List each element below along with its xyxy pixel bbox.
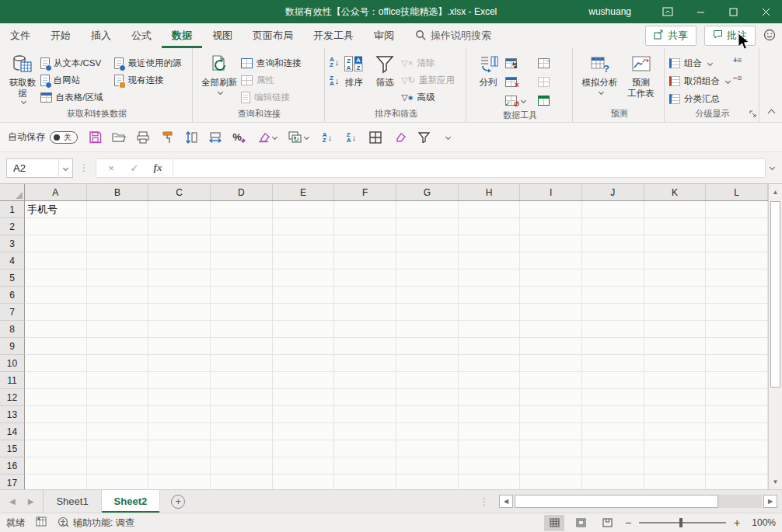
feedback-smiley-icon[interactable] — [763, 29, 776, 43]
cell-A10[interactable] — [25, 355, 87, 372]
tell-me-search[interactable]: 操作说明搜索 — [415, 23, 491, 48]
collapse-ribbon-icon[interactable] — [768, 110, 776, 117]
cell-F7[interactable] — [334, 304, 396, 321]
cell-B15[interactable] — [87, 440, 149, 457]
page-layout-view-icon[interactable] — [571, 515, 591, 531]
cell-F6[interactable] — [334, 287, 396, 304]
cell-K17[interactable] — [644, 475, 707, 489]
cell-L13[interactable] — [706, 406, 768, 423]
cell-B4[interactable] — [87, 252, 149, 269]
from-table-range-button[interactable]: 自表格/区域 — [40, 89, 115, 106]
cell-J9[interactable] — [582, 338, 644, 355]
qat-more-chevron-icon[interactable] — [441, 130, 455, 144]
zoom-slider[interactable] — [639, 522, 726, 523]
cell-F8[interactable] — [334, 321, 396, 338]
cell-F3[interactable] — [334, 235, 396, 252]
borders-icon[interactable] — [368, 130, 382, 144]
cell-F14[interactable] — [334, 423, 396, 440]
cell-F11[interactable] — [334, 372, 396, 389]
scroll-up-icon[interactable]: ▲ — [769, 184, 782, 200]
cell-H6[interactable] — [459, 287, 521, 304]
cell-H14[interactable] — [459, 423, 521, 440]
cell-D6[interactable] — [211, 287, 273, 304]
tab-review[interactable]: 审阅 — [364, 23, 404, 48]
cell-G3[interactable] — [396, 235, 459, 252]
advanced-filter-button[interactable]: ▽✱ 高级 — [401, 89, 457, 106]
cell-J15[interactable] — [582, 440, 644, 457]
cell-E12[interactable] — [273, 389, 335, 406]
row-header-4[interactable]: 4 — [0, 252, 25, 269]
cell-B12[interactable] — [87, 389, 149, 406]
subtotal-button[interactable]: + 分类汇总 — [669, 90, 733, 107]
from-web-button[interactable]: 自网站 — [40, 71, 115, 89]
cell-J2[interactable] — [582, 218, 644, 235]
cell-K7[interactable] — [644, 304, 707, 321]
get-data-button[interactable]: 获取数 据 — [5, 50, 40, 103]
cell-F1[interactable] — [334, 201, 396, 218]
cell-L6[interactable] — [706, 287, 768, 304]
cell-L17[interactable] — [706, 475, 768, 489]
cell-L2[interactable] — [706, 218, 768, 235]
eraser-icon[interactable] — [257, 130, 277, 144]
cell-C1[interactable] — [148, 201, 211, 218]
cell-H12[interactable] — [459, 389, 521, 406]
formula-input[interactable] — [173, 158, 766, 178]
zoom-out-icon[interactable]: − — [623, 516, 633, 529]
column-header-D[interactable]: D — [211, 184, 273, 200]
cell-E13[interactable] — [273, 406, 335, 423]
cell-K10[interactable] — [644, 355, 707, 372]
cell-J1[interactable] — [582, 201, 644, 218]
cell-D4[interactable] — [211, 252, 273, 269]
cell-A14[interactable] — [25, 423, 87, 440]
cell-H16[interactable] — [459, 457, 521, 475]
save-icon[interactable] — [88, 130, 102, 144]
name-box[interactable]: A2 — [6, 158, 73, 178]
autosave-toggle[interactable]: 自动保存 关 — [8, 130, 78, 144]
cell-A11[interactable] — [25, 372, 87, 389]
forecast-sheet-button[interactable]: 预测 工作表 — [622, 50, 661, 99]
vertical-scroll-thumb[interactable] — [770, 201, 780, 388]
cell-F5[interactable] — [334, 269, 396, 287]
row-header-16[interactable]: 16 — [0, 457, 25, 475]
cell-K8[interactable] — [644, 321, 707, 338]
sheet-nav-left-icon[interactable]: ◀ — [9, 497, 16, 506]
cell-A7[interactable] — [25, 304, 87, 321]
cell-H7[interactable] — [459, 304, 521, 321]
autosave-switch[interactable]: 关 — [50, 131, 78, 144]
queries-connections-button[interactable]: 查询和连接 — [241, 54, 319, 71]
manage-data-model-button[interactable] — [538, 92, 560, 109]
remove-duplicates-button[interactable]: × — [505, 73, 538, 90]
sheet-nav-right-icon[interactable]: ▶ — [28, 497, 34, 506]
row-header-9[interactable]: 9 — [0, 338, 25, 355]
column-width-icon[interactable] — [208, 130, 222, 144]
cell-K13[interactable] — [644, 406, 707, 423]
cell-C2[interactable] — [148, 218, 211, 235]
cell-J14[interactable] — [582, 423, 644, 440]
cell-C11[interactable] — [148, 372, 211, 389]
cell-L8[interactable] — [706, 321, 768, 338]
cell-A5[interactable] — [25, 269, 87, 287]
row-header-3[interactable]: 3 — [0, 235, 25, 252]
cell-J12[interactable] — [582, 389, 644, 406]
row-header-10[interactable]: 10 — [0, 355, 25, 372]
cell-A17[interactable] — [25, 475, 87, 489]
cell-I4[interactable] — [520, 252, 582, 269]
cell-G11[interactable] — [396, 372, 459, 389]
cell-D12[interactable] — [211, 389, 273, 406]
refresh-all-button[interactable]: 全部刷新 — [197, 50, 241, 94]
cell-J10[interactable] — [582, 355, 644, 372]
cell-D14[interactable] — [211, 423, 273, 440]
cell-G4[interactable] — [396, 252, 459, 269]
filter-icon[interactable] — [417, 130, 431, 144]
format-painter-icon[interactable] — [160, 130, 174, 144]
sheet-tab-sheet2[interactable]: Sheet2 — [102, 490, 161, 513]
cell-J6[interactable] — [582, 287, 644, 304]
cell-G5[interactable] — [396, 269, 459, 287]
column-header-K[interactable]: K — [644, 184, 707, 200]
filter-button[interactable]: 筛选 — [368, 50, 401, 88]
cell-L4[interactable] — [706, 252, 768, 269]
cell-H8[interactable] — [459, 321, 521, 338]
existing-connections-button[interactable]: 现有连接 — [114, 71, 189, 89]
cell-B5[interactable] — [87, 269, 149, 287]
cell-G1[interactable] — [396, 201, 459, 218]
